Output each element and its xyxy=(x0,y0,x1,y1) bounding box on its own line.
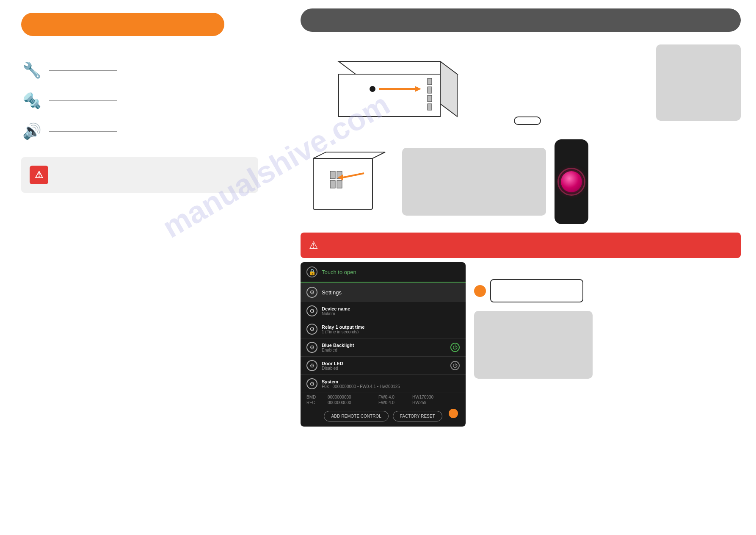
backlight-toggle[interactable]: ⏻ xyxy=(450,343,460,352)
remote-control xyxy=(555,139,588,224)
svg-rect-6 xyxy=(428,104,432,110)
door-led-row[interactable]: ⚙ Door LED Disabled ⏻ xyxy=(301,357,466,375)
factory-reset-button[interactable]: FACTORY RESET xyxy=(393,411,442,421)
orange-dot-button[interactable] xyxy=(449,409,458,418)
settings-label: Settings xyxy=(322,289,342,296)
device-name-row[interactable]: ⚙ Device name Nokrim xyxy=(301,302,466,320)
warning-box-left: ⚠ xyxy=(21,157,258,193)
settings-gear-icon: ⚙ xyxy=(306,287,317,298)
backlight-icon: ⚙ xyxy=(306,342,317,353)
device-illustration-top xyxy=(301,44,461,129)
rfc-id: 0000000000 xyxy=(328,400,378,405)
door-led-toggle[interactable]: ⏻ xyxy=(450,361,460,370)
input-row xyxy=(474,279,593,302)
svg-rect-3 xyxy=(428,78,432,85)
touch-to-open-label: Touch to open xyxy=(322,269,356,275)
relay-value: 1 (Time in seconds) xyxy=(322,330,364,334)
settings-header-row: ⚙ Settings xyxy=(301,283,466,302)
device-area-top xyxy=(301,44,741,131)
svg-rect-1 xyxy=(339,74,440,116)
orange-circle xyxy=(474,285,486,297)
svg-point-7 xyxy=(370,86,375,92)
line-3 xyxy=(49,131,117,132)
device-name-value: Nokrim xyxy=(322,311,350,316)
svg-rect-4 xyxy=(428,87,432,93)
door-led-value: Disabled xyxy=(322,366,343,371)
lock-icon: 🔒 xyxy=(306,266,317,277)
svg-rect-12 xyxy=(330,171,335,179)
backlight-row[interactable]: ⚙ Blue Backlight Enabled ⏻ xyxy=(301,338,466,357)
system-value: F0k - 0000000000 • FW0.4.1 • Hw200125 xyxy=(322,384,400,389)
gray-box-bottom xyxy=(474,311,593,379)
system-row[interactable]: ⚙ System F0k - 0000000000 • FW0.4.1 • Hw… xyxy=(301,375,466,393)
svg-marker-2 xyxy=(440,61,457,116)
device-name-icon: ⚙ xyxy=(306,305,317,316)
relay-label: Relay 1 output time xyxy=(322,324,364,330)
device-illustration-bottom xyxy=(301,146,394,218)
svg-rect-15 xyxy=(337,180,342,188)
pill-button[interactable] xyxy=(514,116,541,125)
remote-button-circle xyxy=(561,171,582,192)
system-label: System xyxy=(322,379,400,384)
gray-top-bar xyxy=(301,8,741,32)
relay-time-row[interactable]: ⚙ Relay 1 output time 1 (Time in seconds… xyxy=(301,320,466,338)
door-led-label: Door LED xyxy=(322,361,343,366)
wrench-icon-1: 🔧 xyxy=(21,61,42,79)
add-remote-button[interactable]: ADD REMOTE CONTROL xyxy=(324,411,388,421)
rfc-hw: HW259 xyxy=(412,400,446,405)
svg-rect-13 xyxy=(330,180,335,188)
orange-bar xyxy=(21,13,224,36)
right-panel: ⚠ 🔒 Touch to open ⚙ Settings ⚙ Device na… xyxy=(288,0,753,535)
svg-rect-5 xyxy=(428,95,432,102)
input-box[interactable] xyxy=(490,279,583,302)
door-led-icon: ⚙ xyxy=(306,360,317,371)
backlight-label: Blue Backlight xyxy=(322,343,354,348)
wrench-icon-2: 🔩 xyxy=(21,92,42,110)
wrench-icon-3: 🔊 xyxy=(21,122,42,140)
warning-icon-left: ⚠ xyxy=(30,166,48,184)
bmd-label: BMD xyxy=(306,395,328,399)
icon-row-2: 🔩 xyxy=(21,92,250,110)
bmd-id: 0000000000 xyxy=(328,395,378,399)
bmd-hw: HW170930 xyxy=(412,395,446,399)
icon-list: 🔧 🔩 🔊 xyxy=(21,61,250,140)
relay-content: Relay 1 output time 1 (Time in seconds) xyxy=(322,324,364,334)
rfc-label: RFC xyxy=(306,400,328,405)
svg-marker-0 xyxy=(339,61,457,74)
device-name-label: Device name xyxy=(322,306,350,311)
line-1 xyxy=(49,70,117,71)
line-2 xyxy=(49,100,117,101)
warning-bar-red: ⚠ xyxy=(301,233,741,258)
left-panel: 🔧 🔩 🔊 ⚠ xyxy=(0,0,271,535)
info-table: BMD 0000000000 FW0.4.0 HW170930 RFC 0000… xyxy=(301,393,466,407)
touch-to-open-row[interactable]: 🔒 Touch to open xyxy=(301,262,466,283)
svg-rect-10 xyxy=(313,158,372,209)
gray-box-top-right xyxy=(656,44,741,121)
system-content: System F0k - 0000000000 • FW0.4.1 • Hw20… xyxy=(322,379,400,389)
app-ui-mockup: 🔒 Touch to open ⚙ Settings ⚙ Device name… xyxy=(301,262,466,427)
app-buttons-row: ADD REMOTE CONTROL FACTORY RESET xyxy=(301,407,466,427)
device-name-content: Device name Nokrim xyxy=(322,306,350,316)
system-icon: ⚙ xyxy=(306,378,317,389)
gray-box-middle xyxy=(402,148,546,216)
icon-row-3: 🔊 xyxy=(21,122,250,140)
door-led-content: Door LED Disabled xyxy=(322,361,343,371)
warning-icon-red: ⚠ xyxy=(309,239,318,251)
backlight-value: Enabled xyxy=(322,348,354,352)
backlight-content: Blue Backlight Enabled xyxy=(322,343,354,352)
device-area-bottom xyxy=(301,139,741,224)
rfc-fw: FW0.4.0 xyxy=(378,400,412,405)
svg-marker-11 xyxy=(313,152,385,158)
relay-icon: ⚙ xyxy=(306,324,317,335)
bmd-fw: FW0.4.0 xyxy=(378,395,412,399)
icon-row-1: 🔧 xyxy=(21,61,250,79)
warning-triangle-left: ⚠ xyxy=(35,169,43,180)
